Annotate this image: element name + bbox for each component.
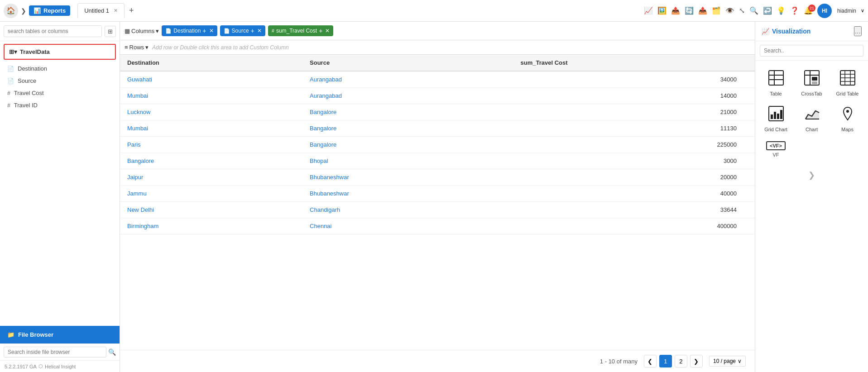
bulb-icon[interactable]: 💡 <box>777 6 786 15</box>
table-name: TravelData <box>20 48 50 55</box>
chip-source-add-icon[interactable]: + <box>251 27 254 34</box>
cell-cost: 11130 <box>513 120 755 137</box>
table-row: Guwahati Aurangabad 34000 <box>120 71 755 88</box>
chip-dest-add-icon[interactable]: + <box>202 27 206 34</box>
table-icon: ⊞▾ <box>9 48 17 55</box>
file-browser-button[interactable]: 📁 File Browser <box>0 326 120 343</box>
viz-crosstab-label: CrossTab <box>801 91 822 96</box>
per-page-selector[interactable]: 10 / page ∨ <box>709 356 746 367</box>
chip-source-close-icon[interactable]: ✕ <box>257 28 262 34</box>
undo-icon[interactable]: ↩️ <box>763 6 772 15</box>
user-name[interactable]: hiadmin <box>837 8 856 14</box>
chip-dest-label: Destination <box>173 28 201 34</box>
user-avatar[interactable]: HI <box>817 4 832 18</box>
image-icon[interactable]: 🖼️ <box>657 6 667 15</box>
pagination-prev-button[interactable]: ❮ <box>644 355 657 367</box>
cell-destination: Guwahati <box>120 71 302 88</box>
rows-dropdown[interactable]: ≡ Rows ▾ <box>125 44 149 51</box>
cell-destination: Mumbai <box>120 88 302 104</box>
field-label: Destination <box>18 65 47 72</box>
expand-icon[interactable]: ⤡ <box>739 6 745 15</box>
file-search-icon[interactable]: 🔍 <box>108 348 116 356</box>
rows-placeholder[interactable]: Add row or Double click this area to add… <box>152 44 288 51</box>
field-label: Source <box>18 77 36 84</box>
viz-vf[interactable]: <VF> VF <box>760 138 792 160</box>
field-travelcost[interactable]: # Travel Cost <box>0 87 120 99</box>
col-source-header: Source <box>302 55 513 71</box>
cell-source: Bhubaneshwar <box>302 186 513 202</box>
share-icon[interactable]: 📤 <box>698 6 707 15</box>
field-destination[interactable]: 📄 Destination <box>0 62 120 75</box>
search-input[interactable] <box>4 25 102 37</box>
chip-dest-close-icon[interactable]: ✕ <box>209 28 214 34</box>
pagination-page-2[interactable]: 2 <box>675 355 687 367</box>
file-browser-label: File Browser <box>18 331 53 338</box>
table-row: Jammu Bhubaneshwar 40000 <box>120 186 755 202</box>
chip-destination[interactable]: 📄 Destination + ✕ <box>162 25 217 36</box>
viz-gridchart[interactable]: Grid Chart <box>760 103 792 135</box>
rows-toolbar: ≡ Rows ▾ Add row or Double click this ar… <box>120 40 755 55</box>
chip-cost-label: sum_Travel Cost <box>276 28 317 34</box>
user-chevron-icon[interactable]: ∨ <box>861 8 864 14</box>
pagination-page-1[interactable]: 1 <box>659 355 672 367</box>
viz-title-text: Visualization <box>772 28 810 35</box>
viz-chart[interactable]: Chart <box>796 103 828 135</box>
breadcrumb-chevron: ❯ <box>21 7 26 14</box>
chip-source[interactable]: 📄 Source + ✕ <box>220 25 265 36</box>
traveldata-table-item[interactable]: ⊞▾ TravelData <box>4 44 116 60</box>
viz-vf-icon: <VF> <box>766 141 786 150</box>
layout-icon[interactable]: 🗂️ <box>712 6 721 15</box>
cell-destination: Jammu <box>120 186 302 202</box>
search-circle-icon[interactable]: 🔍 <box>749 6 758 15</box>
cell-destination: Lucknow <box>120 104 302 120</box>
per-page-label: 10 / page <box>713 358 736 364</box>
viz-gridtable[interactable]: Grid Table <box>831 67 863 99</box>
viz-maps-icon <box>839 105 856 125</box>
viz-table-label: Table <box>770 91 782 96</box>
cell-source: Bangalore <box>302 104 513 120</box>
viz-maps[interactable]: Maps <box>831 103 863 135</box>
viz-crosstab[interactable]: CrossTab <box>796 67 828 99</box>
measure-icon: # <box>7 102 10 109</box>
refresh-icon[interactable]: 🔄 <box>685 6 694 15</box>
table-row: Jaipur Bhubaneshwar 20000 <box>120 169 755 186</box>
panel-scroll-arrow[interactable]: ❯ <box>755 167 868 184</box>
chip-travelcost[interactable]: # sum_Travel Cost + ✕ <box>268 25 334 36</box>
reports-button[interactable]: 📊 Reports <box>29 5 70 16</box>
viz-more-button[interactable]: ... <box>854 26 862 36</box>
chip-cost-close-icon[interactable]: ✕ <box>325 28 330 34</box>
svg-rect-17 <box>774 112 776 119</box>
columns-dropdown[interactable]: ▦ Columns ▾ <box>125 28 159 34</box>
help-icon[interactable]: ❓ <box>790 6 799 15</box>
per-page-chevron-icon: ∨ <box>738 358 742 364</box>
add-tab-button[interactable]: + <box>126 6 137 15</box>
reports-icon: 📊 <box>34 7 41 14</box>
home-button[interactable]: 🏠 <box>4 4 18 18</box>
field-travelid[interactable]: # Travel ID <box>0 99 120 111</box>
export-icon[interactable]: 📤 <box>671 6 680 15</box>
pagination-info: 1 - 10 of many <box>600 358 638 365</box>
chip-cost-add-icon[interactable]: + <box>319 27 322 34</box>
viz-gridchart-label: Grid Chart <box>764 127 787 132</box>
measure-icon: # <box>7 90 10 96</box>
file-search-input[interactable] <box>4 347 106 358</box>
viz-gridtable-label: Grid Table <box>836 91 859 96</box>
viz-search-input[interactable] <box>760 45 863 57</box>
tab-untitled1[interactable]: Untitled 1 ✕ <box>77 3 125 18</box>
dimension-icon: 📄 <box>7 66 14 72</box>
cell-source: Bhopal <box>302 153 513 169</box>
grid-view-button[interactable]: ⊞ <box>105 26 116 37</box>
notification-bell[interactable]: 🔔 21 <box>804 6 813 15</box>
chip-source-label: Source <box>232 28 249 34</box>
line-chart-icon[interactable]: 📈 <box>644 6 653 15</box>
view-icon[interactable]: 👁️ <box>725 6 734 15</box>
field-source[interactable]: 📄 Source <box>0 75 120 87</box>
tab-close-icon[interactable]: ✕ <box>114 8 118 14</box>
viz-table[interactable]: Table <box>760 67 792 99</box>
col-cost-header: sum_Travel Cost <box>513 55 755 71</box>
pagination-next-button[interactable]: ❯ <box>690 355 703 367</box>
dimension-icon: 📄 <box>7 78 14 84</box>
results-table: Destination Source sum_Travel Cost Guwah… <box>120 55 755 234</box>
footer-logo-text: Helical Insight <box>45 364 76 369</box>
viz-crosstab-icon <box>804 70 820 89</box>
